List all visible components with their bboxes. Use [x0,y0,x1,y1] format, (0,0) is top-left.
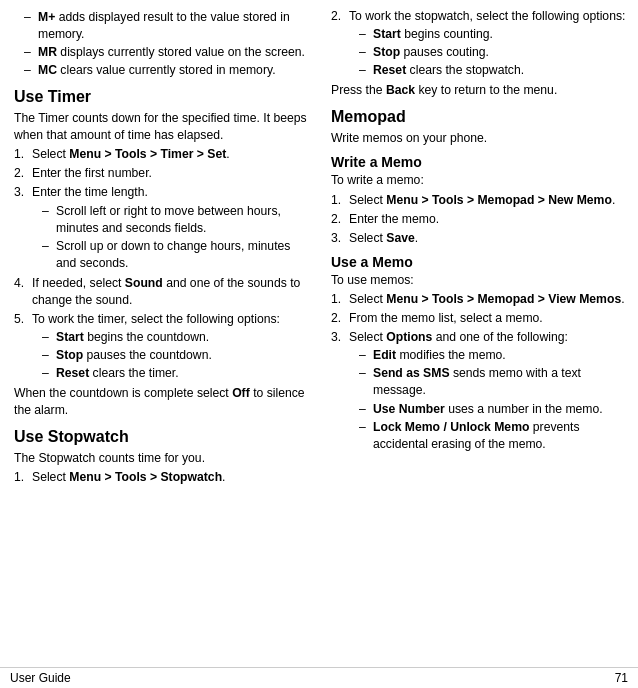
step-text: Enter the first number. [32,165,311,182]
step-text: Select Menu > Tools > Memopad > View Mem… [349,291,628,308]
step-text: If needed, select Sound and one of the s… [32,275,311,309]
timer-step-3: 3. Enter the time length. – Scroll left … [14,184,311,272]
stopwatch-intro: The Stopwatch counts time for you. [14,450,311,467]
dash: – [359,26,373,43]
sub-text: Start begins counting. [373,26,628,43]
step-num: 1. [331,291,349,308]
step-num: 5. [14,311,32,383]
step-num: 2. [14,165,32,182]
write-memo-intro: To write a memo: [331,172,628,189]
step-num: 3. [331,230,349,247]
footer-label: User Guide [10,671,71,685]
step-text: Select Save. [349,230,628,247]
mc-item: MC clears value currently stored in memo… [38,62,311,79]
write-step-3: 3. Select Save. [331,230,628,247]
memopad-intro: Write memos on your phone. [331,130,628,147]
right-column: 2. To work the stopwatch, select the fol… [321,4,638,667]
write-memo-subtitle: Write a Memo [331,153,628,171]
sub-item: – Start begins counting. [359,26,628,43]
page: – M+ adds displayed result to the value … [0,0,638,688]
step-num: 1. [14,469,32,486]
step-text: Select Menu > Tools > Memopad > New Memo… [349,192,628,209]
options-subs: – Edit modifies the memo. – Send as SMS … [359,347,628,452]
stopwatch-title: Use Stopwatch [14,427,311,448]
timer-step3-subs: – Scroll left or right to move between h… [42,203,311,272]
step-num: 2. [331,211,349,228]
dash: – [359,347,373,364]
timer-step5-subs: – Start begins the countdown. – Stop pau… [42,329,311,382]
sub-item: – Scroll left or right to move between h… [42,203,311,237]
dash: – [24,9,38,43]
page-footer: User Guide 71 [0,667,638,688]
memopad-title: Memopad [331,107,628,128]
sub-text: Lock Memo / Unlock Memo prevents acciden… [373,419,628,453]
timer-closing: When the countdown is complete select Of… [14,385,311,419]
list-item: – M+ adds displayed result to the value … [24,9,311,43]
step-text: Enter the time length. – Scroll left or … [32,184,311,272]
list-item: – MR displays currently stored value on … [24,44,311,61]
timer-title: Use Timer [14,87,311,108]
dash: – [42,329,56,346]
sub-text: Edit modifies the memo. [373,347,628,364]
step-text: Enter the memo. [349,211,628,228]
step-num: 1. [331,192,349,209]
sub-item: – Use Number uses a number in the memo. [359,401,628,418]
sub-text: Scroll left or right to move between hou… [56,203,311,237]
dash: – [359,44,373,61]
sub-item: – Stop pauses couting. [359,44,628,61]
memory-bullets: – M+ adds displayed result to the value … [24,9,311,79]
step-num: 2. [331,8,349,80]
dash: – [42,203,56,237]
step-text: Select Menu > Tools > Stopwatch. [32,469,311,486]
step-text: From the memo list, select a memo. [349,310,628,327]
step-text: To work the stopwatch, select the follow… [349,8,628,80]
dash: – [42,347,56,364]
sub-item: – Send as SMS sends memo with a text mes… [359,365,628,399]
stopwatch-back: Press the Back key to return to the menu… [331,82,628,99]
sub-text: Send as SMS sends memo with a text messa… [373,365,628,399]
dash: – [24,44,38,61]
sub-text: Stop pauses the countdown. [56,347,311,364]
dash: – [359,419,373,453]
sub-text: Start begins the countdown. [56,329,311,346]
use-step-1: 1. Select Menu > Tools > Memopad > View … [331,291,628,308]
sub-item: – Reset clears the timer. [42,365,311,382]
sub-item: – Scroll up or down to change hours, min… [42,238,311,272]
timer-step-2: 2. Enter the first number. [14,165,311,182]
use-step-3: 3. Select Options and one of the followi… [331,329,628,454]
dash: – [24,62,38,79]
sub-text: Stop pauses couting. [373,44,628,61]
sub-text: Scroll up or down to change hours, minut… [56,238,311,272]
sub-item: – Lock Memo / Unlock Memo prevents accid… [359,419,628,453]
dash: – [359,401,373,418]
use-memo-subtitle: Use a Memo [331,253,628,271]
sub-item: – Stop pauses the countdown. [42,347,311,364]
step-num: 3. [331,329,349,454]
left-column: – M+ adds displayed result to the value … [0,4,321,667]
m-plus-item: M+ adds displayed result to the value st… [38,9,311,43]
timer-intro: The Timer counts down for the specified … [14,110,311,144]
stopwatch-step-1: 1. Select Menu > Tools > Stopwatch. [14,469,311,486]
dash: – [359,62,373,79]
step-num: 2. [331,310,349,327]
sub-text: Reset clears the stopwatch. [373,62,628,79]
sub-text: Reset clears the timer. [56,365,311,382]
use-step-2: 2. From the memo list, select a memo. [331,310,628,327]
step-num: 3. [14,184,32,272]
sub-item: – Start begins the countdown. [42,329,311,346]
content-area: – M+ adds displayed result to the value … [0,0,638,667]
stopwatch-subs: – Start begins counting. – Stop pauses c… [359,26,628,79]
sub-text: Use Number uses a number in the memo. [373,401,628,418]
sub-item: – Edit modifies the memo. [359,347,628,364]
footer-page-number: 71 [615,671,628,685]
write-step-1: 1. Select Menu > Tools > Memopad > New M… [331,192,628,209]
step-text: To work the timer, select the following … [32,311,311,383]
step-text: Select Options and one of the following:… [349,329,628,454]
stopwatch-step-2: 2. To work the stopwatch, select the fol… [331,8,628,80]
use-memo-intro: To use memos: [331,272,628,289]
dash: – [359,365,373,399]
step-text: Select Menu > Tools > Timer > Set. [32,146,311,163]
write-step-2: 2. Enter the memo. [331,211,628,228]
timer-step-5: 5. To work the timer, select the followi… [14,311,311,383]
sub-item: – Reset clears the stopwatch. [359,62,628,79]
